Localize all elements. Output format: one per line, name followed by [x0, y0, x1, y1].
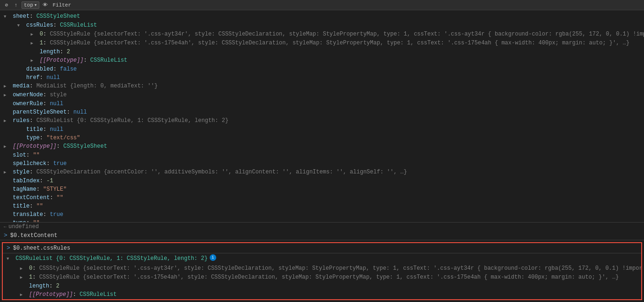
- toggle-icon[interactable]: [4, 91, 9, 100]
- tree-key: length: [29, 282, 49, 290]
- tree-key: slot: [13, 151, 26, 159]
- clear-console-button[interactable]: ⊘: [3, 1, 10, 9]
- tree-key: textContent: [13, 194, 50, 202]
- colon: :: [49, 282, 56, 290]
- bottom-prompt-icon: >: [7, 244, 10, 252]
- tree-value: true: [53, 159, 67, 168]
- input-text: $0.textContent: [10, 232, 58, 239]
- indent-spacer: [4, 21, 17, 29]
- tree-line: [[Prototype]]: CSSRuleList: [3, 290, 641, 299]
- tree-line: length: 2: [0, 48, 644, 56]
- tree-value: "": [33, 151, 39, 159]
- toggle-icon[interactable]: [17, 21, 23, 30]
- indent-spacer: [4, 30, 31, 38]
- scroll-to-bottom-button[interactable]: ↑: [12, 1, 20, 9]
- tree-line: slot: "": [0, 151, 644, 159]
- indent-spacer: [4, 73, 17, 82]
- tree-key: ownerRule: [13, 100, 43, 108]
- colon: :: [37, 185, 43, 194]
- colon: :: [60, 48, 66, 56]
- tree-key: 0: [40, 30, 43, 38]
- colon: :: [66, 108, 73, 116]
- tree-key: tagName: [13, 185, 36, 194]
- toggle-icon[interactable]: [20, 264, 26, 273]
- colon: :: [43, 125, 50, 134]
- output-arrow-icon: ←: [4, 224, 7, 230]
- filter-label: Filter: [52, 2, 71, 8]
- tree-key: tabIndex: [13, 177, 40, 185]
- colon: :: [83, 56, 90, 65]
- colon: :: [50, 194, 56, 202]
- indent-spacer: [4, 48, 31, 56]
- tree-key: 1: [29, 273, 32, 281]
- tree-key: [[Prototype]]: [40, 56, 84, 65]
- tree-line: ownerRule: null: [0, 100, 644, 108]
- context-dropdown[interactable]: top ▾: [22, 1, 39, 9]
- indent-spacer: [4, 39, 31, 47]
- tree-line: [[Prototype]]: CSSRuleList: [0, 56, 644, 65]
- bottom-tree-lines: 0: CSSStyleRule {selectorText: '.css-ayt…: [3, 264, 641, 299]
- indent-spacer: [7, 282, 20, 290]
- bottom-toggle-icon[interactable]: [7, 254, 12, 263]
- colon: :: [26, 151, 33, 159]
- tree-line: disabled: false: [0, 65, 644, 73]
- tree-line: translate: true: [0, 210, 644, 219]
- bottom-command-text: $0.sheet.cssRules: [13, 245, 70, 252]
- eye-icon[interactable]: 👁: [41, 1, 49, 9]
- tree-line: title: "": [0, 202, 644, 210]
- tree-value: "": [57, 194, 63, 202]
- tree-line: cssRules: CSSRuleList: [0, 21, 644, 30]
- tree-value: null: [50, 100, 63, 108]
- tree-value: CSSRuleList: [90, 56, 127, 65]
- tree-key: 0: [29, 264, 32, 273]
- colon: :: [40, 73, 46, 82]
- toggle-icon[interactable]: [20, 273, 26, 282]
- indent-spacer: [4, 65, 17, 73]
- tree-value: true: [50, 210, 63, 219]
- undefined-output: ← undefined: [0, 223, 644, 231]
- bottom-result-panel: > $0.sheet.cssRules CSSRuleList {0: CSSS…: [2, 242, 642, 300]
- toggle-icon[interactable]: [4, 12, 9, 21]
- toggle-icon[interactable]: [4, 116, 9, 125]
- tree-line: media: MediaList {length: 0, mediaText: …: [0, 82, 644, 91]
- indent-spacer: [4, 134, 17, 142]
- toggle-icon[interactable]: [4, 168, 9, 177]
- colon: :: [40, 134, 46, 142]
- tree-line: [[Prototype]]: CSSStyleSheet: [0, 142, 644, 151]
- tree-key: type: [26, 134, 40, 142]
- toggle-icon[interactable]: [20, 290, 26, 299]
- tree-key: type: [13, 219, 26, 222]
- toggle-icon[interactable]: [31, 56, 37, 65]
- tree-key: title: [26, 125, 43, 134]
- tree-line: title: null: [0, 125, 644, 134]
- tree-line: length: 2: [3, 282, 641, 290]
- bottom-result-header: CSSRuleList {0: CSSStyleRule, 1: CSSStyl…: [3, 254, 641, 263]
- toggle-icon[interactable]: [4, 142, 9, 151]
- toggle-icon[interactable]: [31, 30, 37, 39]
- colon: :: [43, 30, 50, 38]
- tree-key: media: [13, 82, 29, 90]
- colon: :: [29, 82, 36, 90]
- tree-value: CSSStyleRule {selectorText: '.css-ayt34r…: [50, 30, 644, 38]
- tree-panel[interactable]: sheet: CSSStyleSheet cssRules: CSSRuleLi…: [0, 10, 644, 222]
- tree-key: parentStyleSheet: [13, 108, 66, 116]
- toggle-icon[interactable]: [31, 39, 37, 48]
- tree-line: textContent: "": [0, 194, 644, 202]
- tree-value: CSSRuleList {0: CSSStyleRule, 1: CSSStyl…: [37, 116, 228, 125]
- tree-value: "": [33, 219, 39, 222]
- tree-line: 1: CSSStyleRule {selectorText: '.css-175…: [3, 273, 641, 282]
- indent-spacer: [7, 273, 20, 281]
- divider2: [0, 240, 644, 240]
- tree-value: CSSStyleSheet: [37, 12, 80, 21]
- tree-key: cssRules: [26, 21, 53, 29]
- tree-key: style: [13, 168, 29, 176]
- tree-key: sheet: [13, 12, 29, 21]
- toggle-icon[interactable]: [4, 82, 9, 91]
- tree-key: ownerNode: [13, 91, 43, 99]
- colon: :: [43, 39, 50, 47]
- console-content: sheet: CSSStyleSheet cssRules: CSSRuleLi…: [0, 10, 644, 302]
- colon: :: [43, 210, 50, 219]
- indent-spacer: [7, 290, 20, 299]
- tree-key: spellcheck: [13, 159, 46, 168]
- tree-line: 0: CSSStyleRule {selectorText: '.css-ayt…: [0, 30, 644, 39]
